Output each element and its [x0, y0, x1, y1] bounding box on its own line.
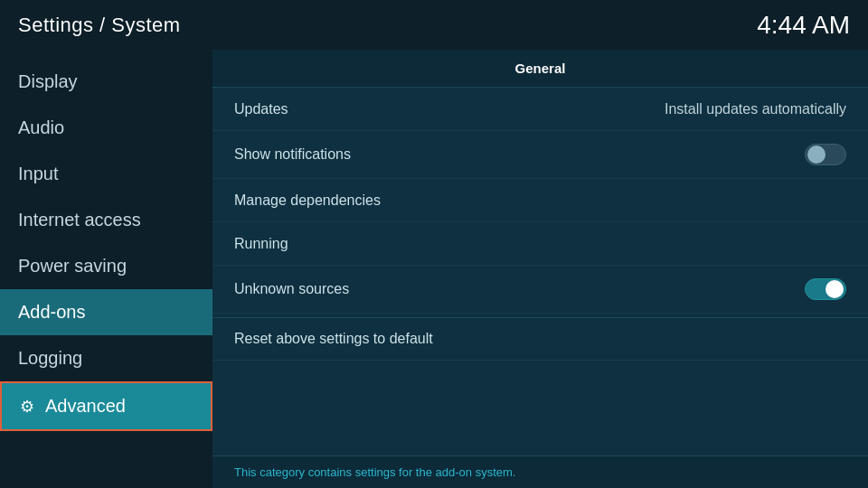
row-manage-dependencies[interactable]: Manage dependencies: [212, 179, 868, 222]
row-unknown-sources[interactable]: Unknown sources: [212, 266, 868, 314]
app-header: Settings / System 4:44 AM: [0, 0, 868, 50]
show-notifications-toggle[interactable]: [805, 144, 846, 165]
sidebar-item-power-saving[interactable]: Power saving: [0, 243, 212, 289]
audio-label: Audio: [18, 117, 64, 138]
sidebar-item-add-ons[interactable]: Add-ons: [0, 289, 212, 335]
toggle-knob-on: [826, 280, 844, 298]
sidebar-item-input[interactable]: Input: [0, 151, 212, 197]
sidebar-item-advanced[interactable]: ⚙ Advanced: [0, 381, 212, 431]
unknown-sources-label: Unknown sources: [234, 281, 349, 297]
settings-panel: General Updates Install updates automati…: [212, 50, 868, 455]
row-reset[interactable]: Reset above settings to default: [212, 317, 868, 361]
sidebar-item-display[interactable]: Display: [0, 59, 212, 105]
main-layout: Display Audio Input Internet access Powe…: [0, 50, 868, 488]
sidebar-item-internet-access[interactable]: Internet access: [0, 197, 212, 243]
footer-text: This category contains settings for the …: [234, 465, 515, 479]
settings-content: General Updates Install updates automati…: [212, 50, 868, 488]
sidebar-item-logging[interactable]: Logging: [0, 335, 212, 381]
row-show-notifications[interactable]: Show notifications: [212, 131, 868, 179]
clock: 4:44 AM: [757, 11, 850, 40]
input-label: Input: [18, 164, 58, 184]
power-saving-label: Power saving: [18, 256, 127, 277]
row-updates[interactable]: Updates Install updates automatically: [212, 88, 868, 131]
updates-label: Updates: [234, 101, 288, 117]
sidebar-item-audio[interactable]: Audio: [0, 105, 212, 151]
display-label: Display: [18, 71, 78, 92]
updates-value: Install updates automatically: [665, 101, 846, 117]
section-header: General: [212, 50, 868, 88]
internet-access-label: Internet access: [18, 210, 141, 230]
manage-dependencies-label: Manage dependencies: [234, 192, 381, 209]
row-running[interactable]: Running: [212, 222, 868, 266]
running-label: Running: [234, 236, 288, 252]
advanced-label: Advanced: [45, 396, 126, 417]
content-footer: This category contains settings for the …: [212, 455, 868, 488]
sidebar: Display Audio Input Internet access Powe…: [0, 50, 212, 488]
gear-icon: ⚙: [20, 397, 34, 417]
logging-label: Logging: [18, 348, 82, 369]
reset-label: Reset above settings to default: [234, 331, 433, 347]
unknown-sources-toggle[interactable]: [805, 278, 846, 300]
toggle-knob: [807, 145, 826, 164]
add-ons-label: Add-ons: [18, 302, 86, 323]
page-title: Settings / System: [18, 14, 181, 37]
show-notifications-label: Show notifications: [234, 146, 351, 163]
